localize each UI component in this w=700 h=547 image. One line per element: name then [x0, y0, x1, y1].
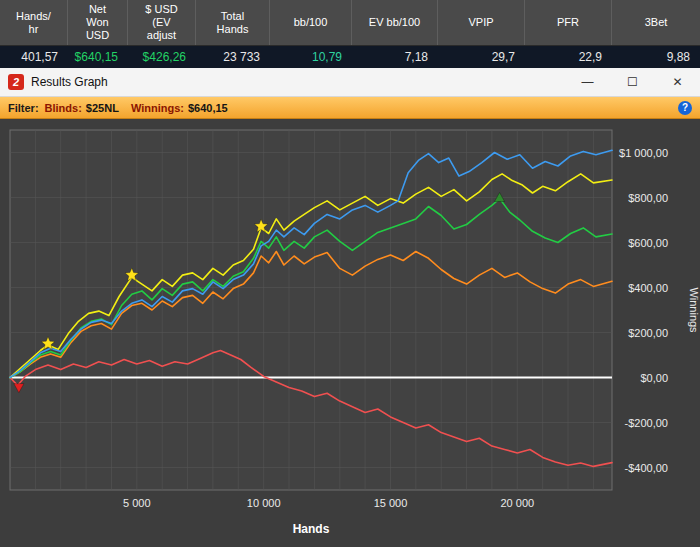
- stat-header-total-hands[interactable]: Total Hands: [196, 0, 270, 45]
- stat-value-vpip: 29,7: [438, 46, 525, 69]
- stat-header-pfr[interactable]: PFR: [525, 0, 612, 45]
- x-axis-title: Hands: [293, 522, 330, 536]
- x-tick-label: 10 000: [247, 497, 281, 509]
- stat-value-hands-per-hr: 401,57: [0, 46, 68, 69]
- y-tick-label: $400,00: [628, 282, 668, 294]
- stats-bar: Hands/ hr Net Won USD $ USD (EV adjust T…: [0, 0, 700, 68]
- stat-value-usd-ev-adjust: $426,26: [128, 46, 196, 69]
- stat-value-3bet: 9,88: [612, 46, 700, 69]
- y-axis-title: Winnings: [688, 287, 700, 333]
- screen: Hands/ hr Net Won USD $ USD (EV adjust T…: [0, 0, 700, 547]
- window-title-bar[interactable]: 2 Results Graph — ☐ ✕: [0, 68, 700, 97]
- stat-header-ev-bb-100[interactable]: EV bb/100: [352, 0, 438, 45]
- chart-area: $1 000,00$800,00$600,00$400,00$200,00$0,…: [0, 119, 700, 547]
- help-icon[interactable]: ?: [678, 101, 692, 115]
- stats-value-row: 401,57 $640,15 $426,26 23 733 10,79 7,18…: [0, 45, 700, 69]
- results-graph-svg: $1 000,00$800,00$600,00$400,00$200,00$0,…: [0, 119, 700, 547]
- stat-header-net-won-usd[interactable]: Net Won USD: [68, 0, 128, 45]
- y-tick-label: $200,00: [628, 327, 668, 339]
- y-tick-label: -$400,00: [625, 462, 668, 474]
- window-controls: — ☐ ✕: [565, 68, 700, 97]
- minimize-button[interactable]: —: [565, 68, 610, 97]
- stat-header-vpip[interactable]: VPIP: [438, 0, 525, 45]
- close-button[interactable]: ✕: [655, 68, 700, 97]
- app-icon: 2: [8, 74, 24, 90]
- winnings-value: $640,15: [188, 102, 228, 114]
- results-graph-window: 2 Results Graph — ☐ ✕ Filter: Blinds: $2…: [0, 68, 700, 547]
- stat-value-ev-bb-100: 7,18: [352, 46, 438, 69]
- y-tick-label: -$200,00: [625, 417, 668, 429]
- stat-value-pfr: 22,9: [525, 46, 612, 69]
- x-tick-label: 15 000: [374, 497, 408, 509]
- stat-value-net-won-usd: $640,15: [68, 46, 128, 69]
- y-tick-label: $800,00: [628, 192, 668, 204]
- filter-bar[interactable]: Filter: Blinds: $25NL Winnings: $640,15 …: [0, 97, 700, 119]
- blinds-label: Blinds:: [45, 102, 82, 114]
- stat-value-bb-100: 10,79: [270, 46, 352, 69]
- y-tick-label: $0,00: [640, 372, 668, 384]
- stats-header-row: Hands/ hr Net Won USD $ USD (EV adjust T…: [0, 0, 700, 45]
- stat-value-total-hands: 23 733: [196, 46, 270, 69]
- stat-header-usd-ev-adjust[interactable]: $ USD (EV adjust: [128, 0, 196, 45]
- blinds-value: $25NL: [86, 102, 119, 114]
- stat-header-bb-100[interactable]: bb/100: [270, 0, 352, 45]
- y-tick-label: $1 000,00: [619, 147, 668, 159]
- x-tick-label: 5 000: [123, 497, 151, 509]
- maximize-button[interactable]: ☐: [610, 68, 655, 97]
- winnings-label: Winnings:: [131, 102, 184, 114]
- x-tick-label: 20 000: [500, 497, 534, 509]
- stat-header-hands-per-hr[interactable]: Hands/ hr: [0, 0, 68, 45]
- filter-label: Filter:: [8, 102, 39, 114]
- y-tick-label: $600,00: [628, 237, 668, 249]
- window-title: Results Graph: [31, 75, 565, 89]
- stat-header-3bet[interactable]: 3Bet: [612, 0, 700, 45]
